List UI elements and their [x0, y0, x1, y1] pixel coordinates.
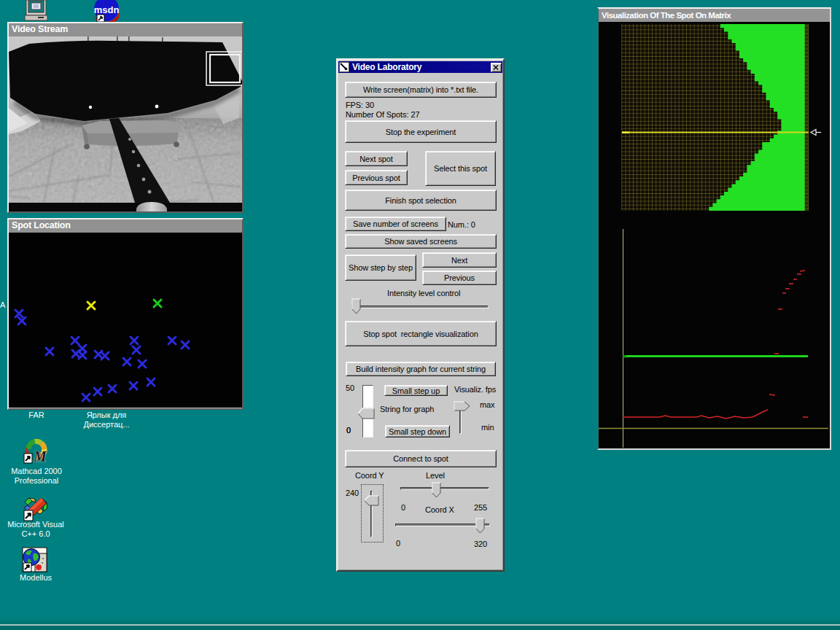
svg-text:msdn: msdn [94, 4, 120, 15]
svg-text:M: M [33, 448, 47, 464]
